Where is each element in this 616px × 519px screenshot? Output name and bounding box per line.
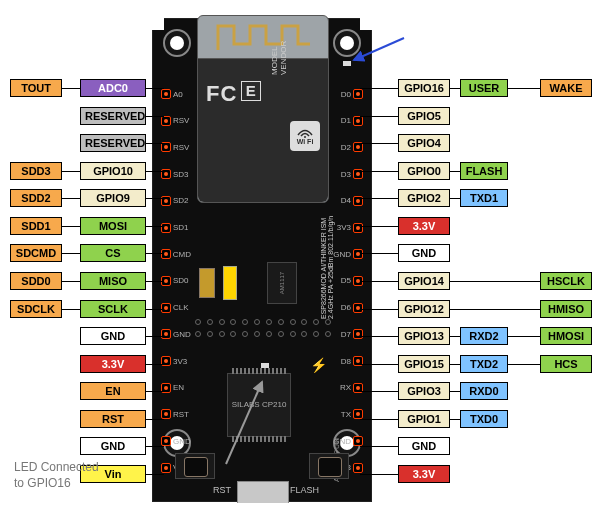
pin-silk: 3V3 [173,357,187,366]
pin-label: HMOSI [540,327,592,345]
pin-label: 3.3V [398,217,450,235]
pin-silk: SD0 [173,276,189,285]
pin-hole [353,329,363,339]
power-components: AM1117 [199,259,327,307]
reset-button[interactable] [175,453,215,479]
pin-label: GPIO12 [398,300,450,318]
pin-silk: RSV [173,143,189,152]
pin-hole [161,223,171,233]
pin-label: HCS [540,355,592,373]
flash-button[interactable] [309,453,349,479]
pin-silk: GND [173,330,191,339]
pin-silk: GND [173,437,191,446]
capacitor-icon [199,268,215,298]
pin-label: GPIO15 [398,355,450,373]
pin-label: RESERVED [80,107,146,125]
pin-header-right: D0D1D2D3D43V3GNDD5D6D7D8RXTXGND3V3 [333,89,363,473]
pin-silk: EN [173,383,184,392]
pin-label: 3.3V [398,465,450,483]
pin-silk: D1 [341,116,351,125]
pin-hole [353,89,363,99]
pin-label: HSCLK [540,272,592,290]
pin-label: ADC0 [80,79,146,97]
pin-label: 3.3V [80,355,146,373]
pin-silk: GND [333,250,351,259]
pin-label: GPIO9 [80,189,146,207]
arrow-to-d0-led [348,36,406,66]
pin-label: SDCMD [10,244,62,262]
pin-silk: D3 [341,170,351,179]
pin-silk: CLK [173,303,189,312]
esp8266-shield: FCE MODEL VENDOR ESP8266MOD AI/THINKER I… [197,15,329,203]
flash-button-label: FLASH [290,485,319,495]
pin-label: GND [80,327,146,345]
wifi-icon: Wi Fi [290,121,320,151]
pin-label: SDD2 [10,189,62,207]
pin-hole [161,329,171,339]
pin-silk: D5 [341,276,351,285]
arrow-to-gpio16-led [222,378,272,458]
pin-label: USER [460,79,508,97]
pin-silk: D4 [341,196,351,205]
pin-header-left: A0RSVRSVSD3SD2SD1CMDSD0CLKGND3V3ENRSTGND… [161,89,191,473]
pin-silk: SD2 [173,196,189,205]
pin-label: EN [80,382,146,400]
pin-label: SDD1 [10,217,62,235]
pin-hole [161,436,171,446]
fcc-label: FCE [206,81,261,107]
mount-hole-tl [163,29,191,57]
pin-label: GND [398,437,450,455]
pin-label: SDCLK [10,300,62,318]
pin-silk: A0 [173,90,183,99]
pin-label: SCLK [80,300,146,318]
pin-label: GPIO0 [398,162,450,180]
pin-label: GPIO4 [398,134,450,152]
pin-label: RST [80,410,146,428]
pin-label: SDD3 [10,162,62,180]
pin-silk: D0 [341,90,351,99]
lightning-icon: ⚡ [310,357,327,373]
pin-label: FLASH [460,162,508,180]
pin-label: HMISO [540,300,592,318]
pad-row-icon [195,331,331,337]
pin-label: TXD2 [460,355,508,373]
pin-label: WAKE [540,79,592,97]
pin-label: GND [80,437,146,455]
pin-hole [353,223,363,233]
pin-label: RXD2 [460,327,508,345]
pin-silk: CMD [173,250,191,259]
pin-label: GPIO14 [398,272,450,290]
voltage-regulator: AM1117 [267,262,297,304]
pin-label: TXD0 [460,410,508,428]
pin-silk: D2 [341,143,351,152]
pin-hole [161,116,171,126]
pin-hole [353,116,363,126]
pin-label: RXD0 [460,382,508,400]
pin-label: GND [398,244,450,262]
pin-silk: TX [341,410,351,419]
pin-hole [353,436,363,446]
pin-silk: D7 [341,330,351,339]
pin-label: GPIO2 [398,189,450,207]
led-note: LED Connected to GPIO16 [14,460,99,491]
pin-label: GPIO5 [398,107,450,125]
pin-label: TXD1 [460,189,508,207]
pin-silk: D8 [341,357,351,366]
pin-label: GPIO1 [398,410,450,428]
pin-silk: D6 [341,303,351,312]
pin-silk: SD3 [173,170,189,179]
pin-label: CS [80,244,146,262]
pin-hole [161,89,171,99]
pin-label: TOUT [10,79,62,97]
pin-label: MOSI [80,217,146,235]
pin-silk: RX [340,383,351,392]
pin-label: GPIO3 [398,382,450,400]
pin-silk: RSV [173,116,189,125]
pin-silk: SD1 [173,223,189,232]
usb-port-icon [237,481,289,503]
pin-label: SDD0 [10,272,62,290]
model-vendor-label: MODEL VENDOR [270,17,288,75]
antenna-icon [216,22,312,52]
pin-label: GPIO10 [80,162,146,180]
capacitor-icon [223,266,237,300]
